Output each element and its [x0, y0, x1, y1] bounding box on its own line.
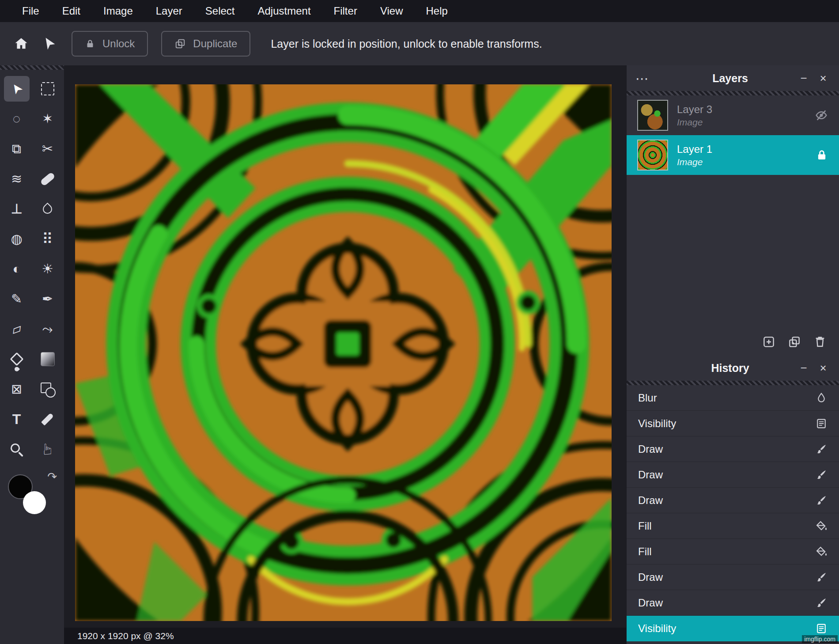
text-tool[interactable]: T: [4, 406, 30, 432]
history-item-fill[interactable]: Fill: [627, 513, 839, 539]
duplicate-icon: [174, 38, 186, 49]
canvas-artwork[interactable]: [75, 84, 612, 621]
clone-stamp-icon: ⊥: [11, 202, 22, 216]
layer-row-layer1[interactable]: Layer 1 Image: [627, 135, 839, 175]
history-item-fill[interactable]: Fill: [627, 539, 839, 564]
lasso-icon: ◌: [13, 112, 21, 125]
brush-icon: [815, 469, 828, 481]
document-icon: [815, 622, 828, 635]
blur-tool[interactable]: [35, 196, 60, 222]
bucket-icon: [815, 546, 828, 558]
duplicate-button[interactable]: Duplicate: [161, 31, 250, 57]
menu-view[interactable]: View: [380, 5, 403, 17]
distort-tool[interactable]: ⊠: [4, 376, 30, 402]
history-item-draw[interactable]: Draw: [627, 462, 839, 488]
dodge-burn-tool[interactable]: ◐: [4, 256, 30, 282]
lasso-tool[interactable]: ◌: [4, 106, 30, 132]
arrange-tool[interactable]: ➤: [4, 76, 30, 102]
history-label: Draw: [638, 597, 663, 609]
minimize-icon[interactable]: −: [794, 361, 813, 375]
close-icon[interactable]: ×: [813, 72, 833, 85]
layers-panel-title: Layers: [666, 72, 794, 85]
gradient-tool[interactable]: [35, 346, 60, 372]
menu-edit[interactable]: Edit: [62, 5, 80, 17]
main-area: ➤ ◌ ✶ ⧉ ✂ ≋ ⊥ ◍ ⠿ ◐ ☀ ✎ ✒ ▱ ⤳ ⊠: [0, 65, 839, 644]
distort-icon: ⊠: [11, 383, 22, 396]
cut-tool[interactable]: ✂: [35, 136, 60, 162]
scissors-icon: ✂: [42, 142, 53, 155]
eraser-tool[interactable]: ▱: [4, 316, 30, 342]
history-item-draw[interactable]: Draw: [627, 436, 839, 462]
dodge-burn-icon: ◐: [12, 262, 20, 276]
hatch-divider: [0, 65, 64, 70]
hand-tool[interactable]: ☞: [35, 436, 60, 462]
zoom-tool[interactable]: [4, 436, 30, 462]
menu-select[interactable]: Select: [205, 5, 235, 17]
marquee-select-tool[interactable]: [35, 76, 60, 102]
lock-icon[interactable]: [815, 148, 828, 162]
liquify-tool[interactable]: ≋: [4, 166, 30, 192]
wand-tool[interactable]: ✶: [35, 106, 60, 132]
tool-panel: ➤ ◌ ✶ ⧉ ✂ ≋ ⊥ ◍ ⠿ ◐ ☀ ✎ ✒ ▱ ⤳ ⊠: [0, 65, 64, 644]
menu-layer[interactable]: Layer: [156, 5, 182, 17]
hatch-divider: [627, 381, 839, 385]
clone-stamp-tool[interactable]: ⊥: [4, 196, 30, 222]
toolbar-status-message: Layer is locked in position, unlock to e…: [271, 38, 542, 50]
menu-adjustment[interactable]: Adjustment: [257, 5, 310, 17]
fill-tool[interactable]: [4, 346, 30, 372]
home-icon[interactable]: [13, 36, 29, 52]
watermark: imgflip.com: [802, 635, 838, 643]
minimize-icon[interactable]: −: [794, 72, 813, 85]
menu-help[interactable]: Help: [426, 5, 447, 17]
pencil-tool[interactable]: ✎: [4, 286, 30, 312]
draw-brush-tool[interactable]: ✒: [35, 286, 60, 312]
panel-menu-icon[interactable]: ⋯: [635, 71, 666, 86]
visibility-off-icon[interactable]: [814, 108, 828, 122]
layer-row-layer3[interactable]: Layer 3 Image: [627, 95, 839, 135]
heal-tool[interactable]: [35, 166, 60, 192]
brush-icon: [815, 597, 828, 609]
wand-icon: ✶: [42, 112, 53, 125]
curve-pen-tool[interactable]: ⤳: [35, 316, 60, 342]
history-item-visibility[interactable]: Visibility: [627, 411, 839, 436]
add-layer-icon[interactable]: [762, 335, 775, 349]
pixelate-tool[interactable]: ◍: [4, 226, 30, 252]
history-item-blur[interactable]: Blur: [627, 385, 839, 411]
canvas-statusbar: 1920 x 1920 px @ 32%: [64, 628, 626, 644]
unlock-button[interactable]: Unlock: [72, 31, 148, 57]
sharpen-tool[interactable]: ☀: [35, 256, 60, 282]
spray-dots-tool[interactable]: ⠿: [35, 226, 60, 252]
history-item-draw[interactable]: Draw: [627, 564, 839, 590]
tools-grid: ➤ ◌ ✶ ⧉ ✂ ≋ ⊥ ◍ ⠿ ◐ ☀ ✎ ✒ ▱ ⤳ ⊠: [0, 70, 64, 462]
swap-colors-icon[interactable]: ↷: [47, 470, 57, 484]
background-color-swatch[interactable]: [23, 491, 46, 514]
canvas-area: 1920 x 1920 px @ 32%: [64, 65, 626, 644]
history-item-draw[interactable]: Draw: [627, 590, 839, 616]
close-icon[interactable]: ×: [813, 361, 833, 375]
options-toolbar: Unlock Duplicate Layer is locked in posi…: [0, 22, 839, 65]
drop-icon: [41, 202, 54, 216]
shape-tool[interactable]: [35, 376, 60, 402]
liquify-icon: ≋: [11, 172, 22, 186]
layer1-thumbnail: [637, 140, 668, 170]
duplicate-layer-icon[interactable]: [788, 335, 801, 349]
pointer-icon[interactable]: [42, 36, 58, 52]
delete-layer-icon[interactable]: [813, 335, 827, 349]
color-picker-tool[interactable]: [35, 406, 60, 432]
color-swatches: ↷: [0, 474, 64, 527]
crop-tool[interactable]: ⧉: [4, 136, 30, 162]
heal-icon: [40, 171, 56, 186]
menu-file[interactable]: File: [22, 5, 39, 17]
history-label: Blur: [638, 392, 657, 404]
brush-icon: [815, 443, 828, 455]
brush-icon: [815, 494, 828, 507]
layer3-thumbnail: [637, 100, 668, 131]
menu-filter[interactable]: Filter: [334, 5, 357, 17]
image-editor-app: File Edit Image Layer Select Adjustment …: [0, 0, 839, 644]
menu-image[interactable]: Image: [103, 5, 133, 17]
bucket-icon: [10, 352, 23, 366]
arrange-icon: ➤: [8, 80, 25, 97]
sun-icon: ☀: [42, 262, 53, 276]
history-item-draw[interactable]: Draw: [627, 488, 839, 513]
magnifier-icon: [11, 443, 20, 453]
